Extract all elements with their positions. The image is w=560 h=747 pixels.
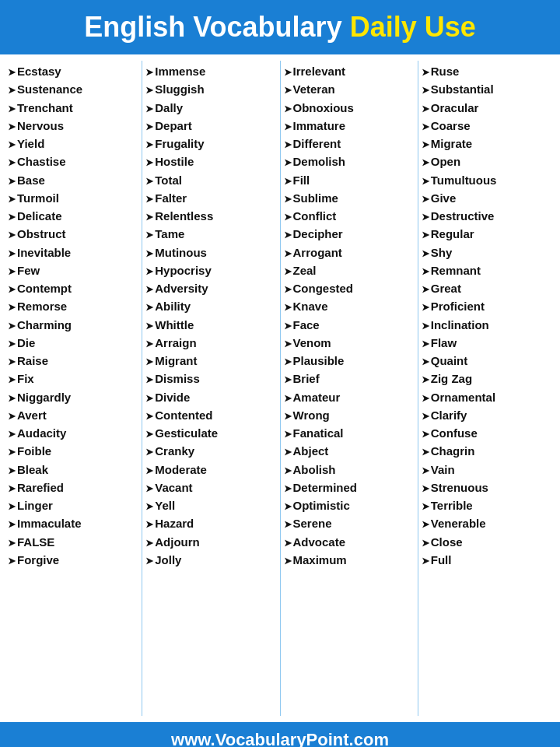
list-item: Vacant: [145, 479, 276, 496]
list-item: Irrelevant: [284, 62, 415, 80]
list-item: Quaint: [422, 352, 552, 370]
list-item: Decipher: [284, 225, 415, 243]
list-item: Zeal: [284, 261, 415, 279]
list-item: Base: [8, 171, 138, 189]
list-item: Clarify: [422, 406, 552, 424]
column-1: EcstasySustenanceTrenchantNervousYieldCh…: [5, 61, 142, 716]
list-item: Forgive: [8, 551, 138, 569]
list-item: Mutinous: [145, 244, 276, 261]
list-item: Contented: [145, 406, 276, 424]
list-item: Remnant: [422, 261, 552, 279]
list-item: Moderate: [145, 461, 276, 479]
list-item: Dally: [145, 99, 276, 117]
list-item: Knave: [284, 297, 415, 315]
list-item: Falter: [145, 189, 276, 207]
list-item: Veteran: [284, 80, 415, 98]
list-item: Audacity: [8, 424, 138, 442]
list-item: Immature: [284, 117, 415, 135]
list-item: Jolly: [145, 551, 276, 569]
list-item: Terrible: [422, 496, 552, 514]
list-item: Substantial: [422, 80, 552, 98]
list-item: Determined: [284, 479, 415, 496]
list-item: Yell: [145, 496, 276, 514]
list-item: Hazard: [145, 514, 276, 532]
list-item: Few: [8, 261, 138, 279]
list-item: Coarse: [422, 117, 552, 135]
list-item: Hostile: [145, 153, 276, 170]
list-item: Great: [422, 279, 552, 297]
list-item: Ecstasy: [8, 62, 138, 80]
list-item: Divide: [145, 388, 276, 406]
list-item: Tame: [145, 225, 276, 243]
list-item: Arraign: [145, 334, 276, 352]
list-item: Close: [422, 533, 552, 551]
list-item: Obstruct: [8, 225, 138, 243]
list-item: Congested: [284, 279, 415, 297]
list-item: Ruse: [422, 62, 552, 80]
vocabulary-content: EcstasySustenanceTrenchantNervousYieldCh…: [0, 54, 560, 722]
list-item: Frugality: [145, 135, 276, 153]
list-item: Fanatical: [284, 424, 415, 442]
page-footer: www.VocabularyPoint.com: [0, 722, 560, 747]
list-item: Different: [284, 135, 415, 153]
list-item: Open: [422, 153, 552, 170]
list-item: Migrate: [422, 135, 552, 153]
list-item: Vain: [422, 461, 552, 479]
list-item: Confuse: [422, 424, 552, 442]
list-item: Gesticulate: [145, 424, 276, 442]
column-3: IrrelevantVeteranObnoxiousImmatureDiffer…: [281, 61, 418, 716]
list-item: Rarefied: [8, 479, 138, 496]
list-item: Give: [422, 189, 552, 207]
list-item: Linger: [8, 496, 138, 514]
list-item: FALSE: [8, 533, 138, 551]
list-item: Nervous: [8, 117, 138, 135]
list-item: Destructive: [422, 207, 552, 225]
list-item: Venerable: [422, 514, 552, 532]
list-item: Sublime: [284, 189, 415, 207]
list-item: Amateur: [284, 388, 415, 406]
list-item: Flaw: [422, 334, 552, 352]
list-item: Fix: [8, 370, 138, 388]
list-item: Dismiss: [145, 370, 276, 388]
list-item: Serene: [284, 514, 415, 532]
list-item: Depart: [145, 117, 276, 135]
column-2: ImmenseSluggishDallyDepartFrugalityHosti…: [142, 61, 280, 716]
list-item: Regular: [422, 225, 552, 243]
list-item: Bleak: [8, 461, 138, 479]
list-item: Abolish: [284, 461, 415, 479]
list-item: Proficient: [422, 297, 552, 315]
list-item: Sluggish: [145, 80, 276, 98]
list-item: Immense: [145, 62, 276, 80]
list-item: Hypocrisy: [145, 261, 276, 279]
list-item: Strenuous: [422, 479, 552, 496]
list-item: Full: [422, 551, 552, 569]
list-item: Contempt: [8, 279, 138, 297]
list-item: Delicate: [8, 207, 138, 225]
list-item: Demolish: [284, 153, 415, 170]
list-item: Plausible: [284, 352, 415, 370]
list-item: Remorse: [8, 297, 138, 315]
list-item: Chastise: [8, 153, 138, 170]
page-title: English Vocabulary Daily Use: [8, 11, 552, 44]
footer-url: www.VocabularyPoint.com: [171, 730, 389, 747]
list-item: Obnoxious: [284, 99, 415, 117]
list-item: Oracular: [422, 99, 552, 117]
list-item: Adversity: [145, 279, 276, 297]
title-yellow: Daily Use: [350, 11, 476, 43]
list-item: Ornamental: [422, 388, 552, 406]
list-item: Optimistic: [284, 496, 415, 514]
list-item: Sustenance: [8, 80, 138, 98]
list-item: Niggardly: [8, 388, 138, 406]
list-item: Zig Zag: [422, 370, 552, 388]
list-item: Yield: [8, 135, 138, 153]
list-item: Tumultuous: [422, 171, 552, 189]
list-item: Raise: [8, 352, 138, 370]
page-header: English Vocabulary Daily Use: [0, 0, 560, 54]
list-item: Cranky: [145, 442, 276, 460]
list-item: Immaculate: [8, 514, 138, 532]
list-item: Fill: [284, 171, 415, 189]
list-item: Inevitable: [8, 244, 138, 261]
list-item: Adjourn: [145, 533, 276, 551]
list-item: Inclination: [422, 316, 552, 334]
list-item: Die: [8, 334, 138, 352]
